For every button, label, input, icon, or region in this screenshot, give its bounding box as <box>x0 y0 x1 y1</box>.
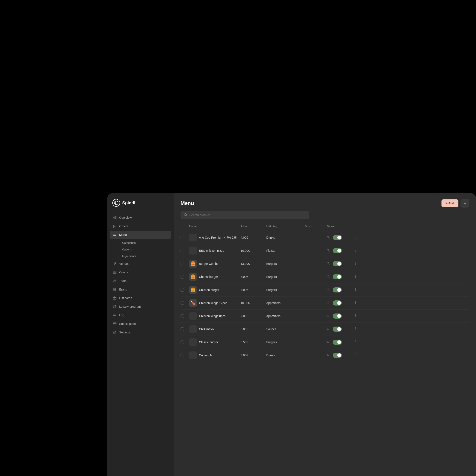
visibility-icon[interactable] <box>326 262 330 266</box>
status-toggle[interactable] <box>333 326 342 332</box>
add-secondary-button[interactable]: + <box>460 199 469 207</box>
checkbox[interactable] <box>181 262 184 265</box>
table-row[interactable]: 🍔 Chicken burger 7.00€ Burgers <box>181 283 469 297</box>
row-more[interactable] <box>352 236 369 240</box>
visibility-icon[interactable] <box>326 275 330 279</box>
row-checkbox[interactable] <box>181 275 189 278</box>
row-more[interactable] <box>352 314 369 318</box>
visibility-icon[interactable] <box>326 301 330 305</box>
search-input[interactable] <box>189 213 306 217</box>
checkbox[interactable] <box>181 249 184 252</box>
visibility-icon[interactable] <box>326 353 330 357</box>
svg-rect-2 <box>113 218 114 219</box>
row-more[interactable] <box>352 249 369 253</box>
header-actions: + Add + <box>442 199 469 207</box>
table-row[interactable]: Classic burger 6.50€ Burgers <box>181 336 469 349</box>
row-checkbox[interactable] <box>181 301 189 305</box>
row-name: A le Coq Premium 4.7% 0.5l <box>189 234 240 241</box>
row-more[interactable] <box>352 262 369 266</box>
add-button[interactable]: + Add <box>442 199 459 207</box>
row-checkbox[interactable] <box>181 327 189 331</box>
row-more[interactable] <box>352 301 369 305</box>
sidebar-item-team[interactable]: Team <box>110 277 171 285</box>
row-name: 🍔 Cheeseburger <box>189 273 240 281</box>
row-checkbox[interactable] <box>181 354 189 357</box>
sidebar-item-orders[interactable]: Orders <box>110 222 171 230</box>
sidebar-item-options[interactable]: Options <box>119 246 171 253</box>
checkbox[interactable] <box>181 340 184 344</box>
row-status <box>326 248 352 253</box>
sort-icon[interactable]: ▾ <box>198 225 199 228</box>
svg-point-1 <box>115 201 117 205</box>
row-checkbox[interactable] <box>181 340 189 344</box>
row-more[interactable] <box>352 340 369 344</box>
row-checkbox[interactable] <box>181 262 189 265</box>
table-row[interactable]: 🍔 Burger Combo 13.90€ Burgers <box>181 257 469 270</box>
sidebar-item-ingredients[interactable]: Ingredients <box>119 253 171 259</box>
table-row[interactable]: Coca-cola 3.00€ Drinks <box>181 349 469 362</box>
checkbox[interactable] <box>181 301 184 305</box>
checkbox[interactable] <box>181 236 184 239</box>
checkbox[interactable] <box>181 354 184 357</box>
visibility-icon[interactable] <box>326 314 330 318</box>
sidebar-item-subscription[interactable]: Subscription <box>110 320 171 328</box>
checkbox[interactable] <box>181 314 184 318</box>
more-icon[interactable] <box>354 236 357 240</box>
status-toggle[interactable] <box>333 235 342 240</box>
status-toggle[interactable] <box>333 287 342 292</box>
status-toggle[interactable] <box>333 313 342 319</box>
row-checkbox[interactable] <box>181 288 189 292</box>
status-toggle[interactable] <box>333 261 342 266</box>
status-toggle[interactable] <box>333 353 342 358</box>
checkbox[interactable] <box>181 275 184 278</box>
sidebar-item-brand[interactable]: Brand <box>110 285 171 293</box>
sidebar-item-overview[interactable]: Overview <box>110 214 171 222</box>
row-more[interactable] <box>352 275 369 279</box>
visibility-icon[interactable] <box>326 340 330 344</box>
table-row[interactable]: 🍔 Cheeseburger 7.00€ Burgers <box>181 270 469 283</box>
checkbox[interactable] <box>181 288 184 292</box>
more-icon[interactable] <box>354 262 357 266</box>
status-toggle[interactable] <box>333 248 342 253</box>
visibility-icon[interactable] <box>326 249 330 253</box>
table-row[interactable]: BBQ chicken pizza 10.00€ Pizzas <box>181 244 469 257</box>
status-toggle[interactable] <box>333 274 342 279</box>
status-toggle[interactable] <box>333 340 342 345</box>
visibility-icon[interactable] <box>326 327 330 331</box>
row-more[interactable] <box>352 288 369 292</box>
status-toggle[interactable] <box>333 300 342 306</box>
row-checkbox[interactable] <box>181 236 189 239</box>
row-checkbox[interactable] <box>181 249 189 252</box>
col-main-tag: Main tag <box>266 225 305 228</box>
sidebar-item-venues[interactable]: Venues <box>110 260 171 268</box>
more-icon[interactable] <box>354 327 357 331</box>
more-icon[interactable] <box>354 288 357 292</box>
more-icon[interactable] <box>354 301 357 305</box>
row-price: 6.50€ <box>240 340 266 344</box>
sidebar-item-menu[interactable]: Menu <box>110 231 171 239</box>
checkbox[interactable] <box>181 327 184 331</box>
visibility-icon[interactable] <box>326 288 330 292</box>
more-icon[interactable] <box>354 314 357 318</box>
row-more[interactable] <box>352 353 369 357</box>
table-row[interactable]: 🍗 Chicken wings 12pcs 10.00€ Appetizers <box>181 297 469 310</box>
more-icon[interactable] <box>354 353 357 357</box>
sidebar-item-gift-cards[interactable]: Gift cards <box>110 294 171 302</box>
brand-icon <box>113 288 117 291</box>
table-row[interactable]: A le Coq Premium 4.7% 0.5l 4.00€ Drinks <box>181 231 469 244</box>
row-more[interactable] <box>352 327 369 331</box>
sidebar-item-courts[interactable]: Courts <box>110 268 171 276</box>
row-main-tag: Burgers <box>266 340 305 344</box>
sidebar-item-settings[interactable]: Settings <box>110 328 171 336</box>
table-row[interactable]: Chilli mayo 3.00€ Sauces <box>181 323 469 336</box>
table-row[interactable]: Chicken wings 8pcs 7.00€ Appetizers <box>181 310 469 323</box>
more-icon[interactable] <box>354 249 357 253</box>
more-icon[interactable] <box>354 340 357 344</box>
col-status: Status <box>326 225 352 228</box>
sidebar-item-log[interactable]: Log <box>110 311 171 319</box>
sidebar-item-categories[interactable]: Categories <box>119 240 171 246</box>
visibility-icon[interactable] <box>326 236 330 240</box>
row-checkbox[interactable] <box>181 314 189 318</box>
sidebar-item-loyalty[interactable]: Loyalty program <box>110 303 171 311</box>
more-icon[interactable] <box>354 275 357 279</box>
